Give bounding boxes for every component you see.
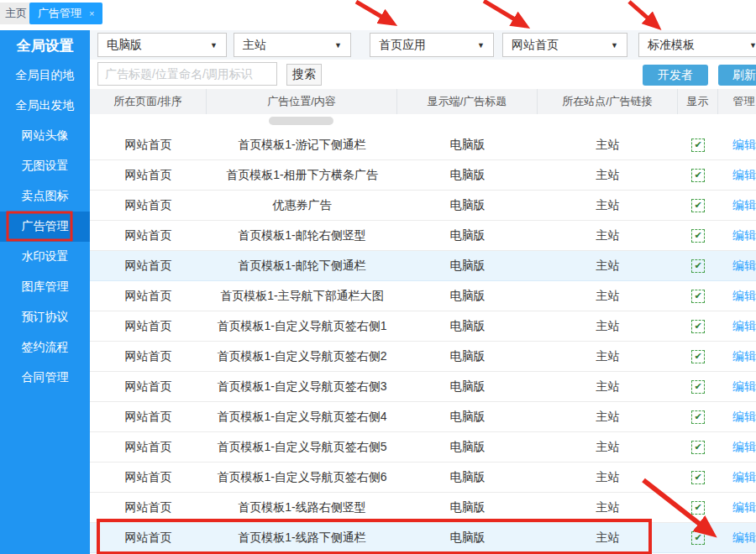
check-icon: ✔	[694, 442, 701, 452]
column-header-device: 显示端/广告标题	[397, 89, 538, 114]
edit-link[interactable]: 编辑	[732, 138, 756, 153]
tab-bar: 主页 广告管理 ×	[0, 0, 756, 30]
edit-link[interactable]: 编辑	[732, 379, 756, 395]
search-button[interactable]: 搜索	[286, 64, 322, 86]
refresh-button[interactable]: 刷新	[718, 65, 756, 86]
tab-home[interactable]: 主页	[0, 3, 32, 24]
page-dropdown[interactable]: 网站首页 ▼	[502, 33, 627, 57]
cell-page: 网站首页	[90, 130, 207, 159]
edit-link[interactable]: 编辑	[732, 500, 756, 515]
table-row: 网站首页首页模板1-自定义导航页签右侧1电脑版主站✔编辑	[90, 311, 756, 342]
edit-link[interactable]: 编辑	[732, 440, 756, 455]
table-row: 网站首页首页模板1-邮轮下侧通栏电脑版主站✔编辑	[90, 251, 756, 281]
chevron-down-icon: ▼	[611, 41, 618, 50]
display-checkbox[interactable]: ✔	[691, 350, 705, 363]
edit-link[interactable]: 编辑	[732, 198, 756, 213]
display-checkbox[interactable]: ✔	[691, 410, 705, 424]
sidebar-item-5[interactable]: 卖点图标	[0, 181, 90, 212]
cell-site: 主站	[538, 402, 678, 431]
sidebar-item-2[interactable]: 全局出发地	[0, 91, 90, 121]
cell-device: 电脑版	[397, 160, 538, 190]
cell-device: 电脑版	[397, 281, 538, 311]
cell-display: ✔	[678, 251, 718, 280]
edit-link[interactable]: 编辑	[732, 530, 756, 546]
cell-position: 首页模板1-自定义导航页签右侧2	[207, 342, 397, 371]
cell-manage: 编辑	[718, 493, 756, 522]
site-dropdown-value: 主站	[243, 38, 266, 53]
cell-site: 主站	[538, 130, 678, 159]
check-icon: ✔	[694, 503, 701, 512]
cell-device: 电脑版	[397, 372, 538, 401]
developer-button[interactable]: 开发者	[643, 65, 708, 86]
sidebar-item-8[interactable]: 图库管理	[0, 272, 90, 302]
sidebar-item-1[interactable]: 全局目的地	[0, 60, 90, 91]
horizontal-scrollbar-thumb[interactable]	[269, 117, 333, 125]
cell-display: ✔	[678, 130, 718, 159]
cell-page: 网站首页	[90, 342, 207, 371]
check-icon: ✔	[694, 231, 701, 240]
template-dropdown[interactable]: 标准模板 ▼	[638, 33, 756, 57]
app-dropdown[interactable]: 首页应用 ▼	[370, 33, 494, 57]
edit-link[interactable]: 编辑	[732, 470, 756, 485]
sidebar-item-9[interactable]: 预订协议	[0, 302, 90, 332]
cell-site: 主站	[538, 251, 678, 280]
cell-manage: 编辑	[718, 311, 756, 341]
cell-position: 首页模板1-自定义导航页签右侧4	[207, 402, 397, 431]
sidebar-item-7[interactable]: 水印设置	[0, 242, 90, 272]
table-row: 网站首页首页模板1-自定义导航页签右侧5电脑版主站✔编辑	[90, 432, 756, 463]
cell-manage: 编辑	[718, 160, 756, 190]
tab-ad-management[interactable]: 广告管理 ×	[29, 3, 102, 24]
sidebar-item-4[interactable]: 无图设置	[0, 151, 90, 181]
edit-link[interactable]: 编辑	[732, 228, 756, 243]
cell-page: 网站首页	[90, 221, 207, 250]
display-checkbox[interactable]: ✔	[691, 290, 705, 303]
display-checkbox[interactable]: ✔	[691, 531, 705, 545]
display-checkbox[interactable]: ✔	[691, 501, 705, 515]
edit-link[interactable]: 编辑	[732, 289, 756, 304]
edit-link[interactable]: 编辑	[732, 410, 756, 425]
display-checkbox[interactable]: ✔	[691, 169, 705, 182]
sidebar-item-10[interactable]: 签约流程	[0, 332, 90, 363]
column-header-manage: 管理	[718, 89, 756, 114]
cell-page: 网站首页	[90, 463, 207, 492]
table-header: 所在页面/排序 广告位置/内容 显示端/广告标题 所在站点/广告链接 显示 管理	[90, 89, 756, 114]
cell-manage: 编辑	[718, 191, 756, 220]
cell-site: 主站	[538, 311, 678, 341]
cell-position: 首页模板1-主导航下部通栏大图	[207, 281, 397, 311]
chevron-down-icon: ▼	[749, 41, 756, 50]
cell-device: 电脑版	[397, 130, 538, 159]
cell-display: ✔	[678, 281, 718, 311]
cell-page: 网站首页	[90, 160, 207, 190]
check-icon: ✔	[694, 170, 701, 180]
edit-link[interactable]: 编辑	[732, 319, 756, 334]
cell-manage: 编辑	[718, 281, 756, 311]
search-input[interactable]	[97, 62, 277, 86]
site-dropdown[interactable]: 主站 ▼	[234, 33, 351, 57]
table-row: 网站首页首页模板1-邮轮右侧竖型电脑版主站✔编辑	[90, 221, 756, 251]
cell-position: 首页模板1-自定义导航页签右侧3	[207, 372, 397, 401]
cell-manage: 编辑	[718, 463, 756, 492]
cell-device: 电脑版	[397, 251, 538, 280]
sidebar-item-3[interactable]: 网站头像	[0, 121, 90, 151]
cell-page: 网站首页	[90, 191, 207, 220]
sidebar-item-11[interactable]: 合同管理	[0, 363, 90, 393]
cell-site: 主站	[538, 463, 678, 492]
display-checkbox[interactable]: ✔	[691, 320, 705, 333]
sidebar-item-0[interactable]: 全局设置	[0, 30, 90, 60]
device-dropdown[interactable]: 电脑版 ▼	[97, 33, 227, 57]
display-checkbox[interactable]: ✔	[691, 441, 705, 454]
display-checkbox[interactable]: ✔	[691, 199, 705, 212]
edit-link[interactable]: 编辑	[732, 168, 756, 183]
table-row: 网站首页首页模板1-自定义导航页签右侧4电脑版主站✔编辑	[90, 402, 756, 432]
column-header-position: 广告位置/内容	[207, 89, 397, 114]
edit-link[interactable]: 编辑	[732, 259, 756, 274]
sidebar-item-6[interactable]: 广告管理	[0, 212, 90, 242]
edit-link[interactable]: 编辑	[732, 349, 756, 364]
display-checkbox[interactable]: ✔	[691, 259, 705, 273]
cell-manage: 编辑	[718, 432, 756, 462]
display-checkbox[interactable]: ✔	[691, 471, 705, 484]
display-checkbox[interactable]: ✔	[691, 138, 705, 152]
display-checkbox[interactable]: ✔	[691, 229, 705, 243]
display-checkbox[interactable]: ✔	[691, 380, 705, 394]
close-icon[interactable]: ×	[89, 8, 94, 18]
